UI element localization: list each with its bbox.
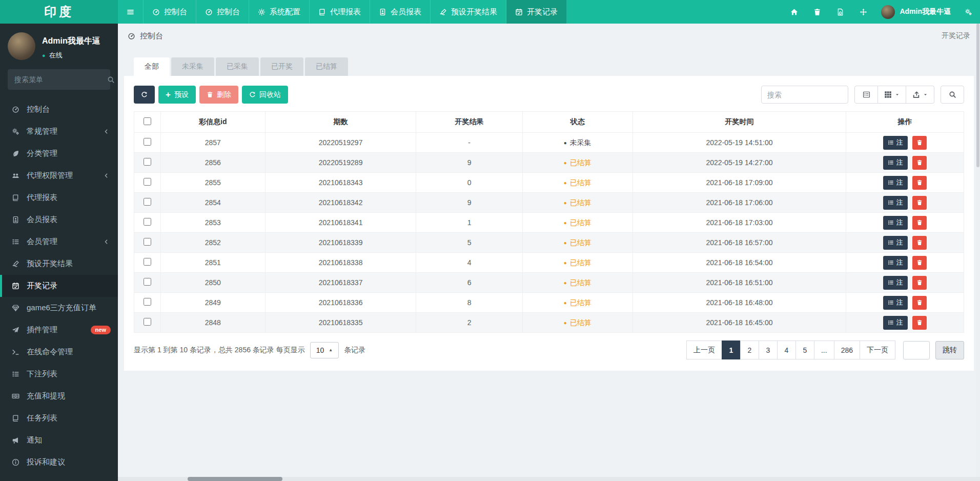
- refresh-button[interactable]: [134, 86, 155, 104]
- jump-page-input[interactable]: [903, 341, 930, 359]
- delete-row-button[interactable]: [912, 236, 927, 250]
- note-button[interactable]: 注: [883, 136, 908, 150]
- note-button[interactable]: 注: [883, 216, 908, 230]
- sidebar-item[interactable]: 代理权限管理: [0, 165, 118, 187]
- delete-row-button[interactable]: [912, 176, 927, 190]
- top-nav-item[interactable]: 代理报表: [310, 0, 370, 24]
- tab[interactable]: 已结算: [305, 57, 348, 76]
- delete-row-button[interactable]: [912, 296, 927, 310]
- toggle-pagination-button[interactable]: [854, 86, 878, 104]
- sidebar-item[interactable]: game6三方充值订单: [0, 297, 118, 319]
- delete-row-button[interactable]: [912, 136, 927, 150]
- sidebar-item[interactable]: 在线命令管理: [0, 341, 118, 363]
- top-nav-item[interactable]: 预设开奖结果: [431, 0, 506, 24]
- new-badge: new: [91, 326, 111, 334]
- recycle-bin-button[interactable]: 回收站: [242, 86, 288, 104]
- top-nav-item[interactable]: 控制台: [144, 0, 196, 24]
- columns-button[interactable]: [878, 86, 906, 104]
- preset-button[interactable]: +预设: [158, 86, 196, 104]
- page-button[interactable]: 2: [740, 340, 759, 359]
- row-checkbox[interactable]: [144, 238, 151, 246]
- top-nav-item[interactable]: 开奖记录: [506, 0, 567, 24]
- sidebar-item[interactable]: 插件管理 new: [0, 319, 118, 341]
- tab[interactable]: 未采集: [171, 57, 214, 76]
- tab[interactable]: 已开奖: [260, 57, 303, 76]
- search-icon[interactable]: [107, 76, 115, 84]
- vertical-scrollbar-thumb[interactable]: [976, 24, 979, 167]
- jump-button[interactable]: 跳转: [935, 341, 964, 359]
- note-button[interactable]: 注: [883, 196, 908, 210]
- page-button[interactable]: ...: [814, 340, 834, 359]
- row-checkbox[interactable]: [144, 218, 151, 226]
- delete-row-button[interactable]: [912, 216, 927, 230]
- row-checkbox[interactable]: [144, 258, 151, 266]
- cell-result: 5: [416, 233, 522, 253]
- select-all-checkbox[interactable]: [144, 117, 151, 125]
- sidebar-item[interactable]: 会员报表: [0, 209, 118, 231]
- delete-row-button[interactable]: [912, 196, 927, 210]
- page-button[interactable]: 1: [722, 340, 741, 359]
- page-size-select[interactable]: 10▲: [310, 342, 339, 358]
- tab[interactable]: 已采集: [216, 57, 259, 76]
- note-button[interactable]: 注: [883, 236, 908, 250]
- top-bar-icon-button[interactable]: [783, 0, 806, 24]
- sidebar-item[interactable]: 下注列表: [0, 363, 118, 385]
- sidebar-item[interactable]: 任务列表: [0, 407, 118, 429]
- sidebar-item[interactable]: 预设开奖结果: [0, 253, 118, 275]
- row-checkbox[interactable]: [144, 278, 151, 286]
- sidebar-item[interactable]: 代理报表: [0, 187, 118, 209]
- delete-row-button[interactable]: [912, 156, 927, 170]
- row-checkbox[interactable]: [144, 198, 151, 206]
- settings-button[interactable]: [957, 0, 980, 24]
- row-checkbox[interactable]: [144, 178, 151, 186]
- sidebar-search-input[interactable]: [14, 75, 107, 84]
- horizontal-scrollbar-thumb[interactable]: [188, 477, 282, 481]
- note-button[interactable]: 注: [883, 256, 908, 270]
- top-bar-icon-button[interactable]: [852, 0, 875, 24]
- sidebar-item[interactable]: 充值和提现: [0, 385, 118, 407]
- tab[interactable]: 全部: [134, 57, 170, 76]
- horizontal-scrollbar[interactable]: [118, 477, 980, 481]
- page-button[interactable]: 上一页: [686, 340, 722, 359]
- breadcrumb[interactable]: 控制台: [128, 31, 163, 41]
- sidebar-item[interactable]: 通知: [0, 429, 118, 451]
- row-checkbox[interactable]: [144, 138, 151, 146]
- sidebar-toggle-button[interactable]: [118, 0, 144, 24]
- page-button[interactable]: 下一页: [860, 340, 895, 359]
- note-button[interactable]: 注: [883, 276, 908, 290]
- top-nav-item[interactable]: 会员报表: [370, 0, 431, 24]
- status-dot-icon: ●: [564, 201, 567, 206]
- top-bar: 印度 控制台 控制台 系统配置 代理报表: [0, 0, 980, 24]
- row-checkbox[interactable]: [144, 158, 151, 166]
- sidebar-item[interactable]: 常规管理: [0, 121, 118, 143]
- note-button[interactable]: 注: [883, 296, 908, 310]
- sidebar-item[interactable]: 会员管理: [0, 231, 118, 253]
- sidebar-item[interactable]: 控制台: [0, 98, 118, 121]
- row-checkbox[interactable]: [144, 318, 151, 326]
- top-nav-item[interactable]: 控制台: [196, 0, 249, 24]
- page-button[interactable]: 4: [777, 340, 796, 359]
- sidebar-item[interactable]: 投诉和建议: [0, 451, 118, 473]
- sidebar-item[interactable]: 分类管理: [0, 143, 118, 165]
- export-button[interactable]: [906, 86, 934, 104]
- note-button[interactable]: 注: [883, 176, 908, 190]
- page-button[interactable]: 3: [759, 340, 778, 359]
- page-button[interactable]: 286: [834, 340, 860, 359]
- user-menu[interactable]: Admin我最牛逼: [875, 5, 957, 19]
- table-search-input[interactable]: [761, 86, 848, 104]
- search-button[interactable]: [941, 86, 964, 104]
- delete-row-button[interactable]: [912, 256, 927, 270]
- delete-row-button[interactable]: [912, 276, 927, 290]
- top-bar-right: Admin我最牛逼: [783, 0, 980, 24]
- row-checkbox[interactable]: [144, 298, 151, 306]
- vertical-scrollbar[interactable]: [976, 24, 980, 477]
- top-nav-item[interactable]: 系统配置: [249, 0, 310, 24]
- note-button[interactable]: 注: [883, 316, 908, 330]
- sidebar-item[interactable]: 开奖记录: [0, 275, 118, 297]
- top-bar-icon-button[interactable]: [829, 0, 852, 24]
- page-button[interactable]: 5: [795, 340, 814, 359]
- top-bar-icon-button[interactable]: [806, 0, 829, 24]
- note-button[interactable]: 注: [883, 156, 908, 170]
- delete-row-button[interactable]: [912, 316, 927, 330]
- delete-button[interactable]: 删除: [199, 86, 238, 104]
